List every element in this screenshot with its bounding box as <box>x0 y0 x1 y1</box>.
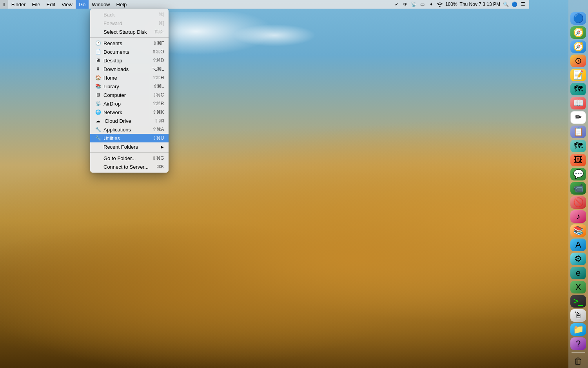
menu-item-connect-to-server[interactable]: Connect to Server...⌘K <box>90 162 169 171</box>
menu-window[interactable]: Window <box>89 0 113 9</box>
dock-app-maps3[interactable]: 🗺 <box>570 140 586 152</box>
menu-item-recents[interactable]: 🕐Recents⇧⌘F <box>90 39 169 47</box>
dock-app-excel[interactable]: X <box>570 281 586 293</box>
menu-item-go-to-folder[interactable]: Go to Folder...⇧⌘G <box>90 154 169 162</box>
menu-item-text-desktop: Desktop <box>103 58 122 64</box>
menu-item-arrow-recent-folders: ▶ <box>161 145 164 149</box>
menu-item-documents[interactable]: 📄Documents⇧⌘O <box>90 47 169 56</box>
menu-item-label-forward: Forward <box>95 20 158 26</box>
menu-item-text-applications: Applications <box>103 127 131 133</box>
menu-item-desktop[interactable]: 🖥Desktop⇧⌘D <box>90 56 169 65</box>
dock-app-text[interactable]: ✏ <box>570 111 586 124</box>
menu-item-home[interactable]: 🏠Home⇧⌘H <box>90 73 169 82</box>
menu-item-shortcut-home: ⇧⌘H <box>152 75 164 80</box>
dock-app-mouse[interactable]: 🖱 <box>570 309 586 322</box>
menu-item-text-go-to-folder: Go to Folder... <box>103 155 136 161</box>
menu-item-label-library: 📚Library <box>95 83 153 89</box>
dock-app-books[interactable]: 📚 <box>570 224 586 237</box>
menu-item-text-network: Network <box>103 109 122 115</box>
menu-item-shortcut-airdrop: ⇧⌘R <box>152 101 164 106</box>
go-to-folder-icon <box>95 155 101 161</box>
menu-item-downloads[interactable]: ⬇Downloads⌥⌘L <box>90 65 169 73</box>
dock-app-chrome[interactable]: ⊙ <box>570 55 586 67</box>
date-time: Thu Nov 7 3:13 PM <box>460 2 500 7</box>
search-icon[interactable]: 🔍 <box>503 1 509 7</box>
menu-item-shortcut-applications: ⇧⌘A <box>152 127 164 132</box>
menu-item-text-back: Back <box>103 12 115 18</box>
dock-app-list[interactable]: 📋 <box>570 126 586 138</box>
menu-item-label-connect-to-server: Connect to Server... <box>95 164 156 170</box>
menu-item-text-computer: Computer <box>103 92 126 98</box>
select-startup-icon <box>95 29 101 35</box>
airdrop-icon[interactable]: 📡 <box>411 1 417 7</box>
dock-app-safari[interactable]: 🧭 <box>570 40 586 53</box>
wifi-icon[interactable] <box>437 1 443 7</box>
home-icon: 🏠 <box>95 75 101 81</box>
menu-item-airdrop[interactable]: 📡AirDrop⇧⌘R <box>90 99 169 108</box>
desktop-icon: 🖥 <box>95 57 101 64</box>
dock-app-help[interactable]: ? <box>570 337 586 350</box>
menu-item-text-airdrop: AirDrop <box>103 101 121 107</box>
menu-item-applications[interactable]: 🔧Applications⇧⌘A <box>90 125 169 134</box>
menu-item-text-library: Library <box>103 84 119 89</box>
menu-item-text-downloads: Downloads <box>103 66 129 72</box>
notification-icon[interactable]: ☰ <box>520 1 526 7</box>
menu-help[interactable]: Help <box>113 0 130 9</box>
dock-app-terminal[interactable]: >_ <box>570 295 586 308</box>
dock-app-blocked[interactable]: 🚫 <box>570 196 586 209</box>
dock-app-contacts[interactable]: 📖 <box>570 97 586 109</box>
menu-item-icloud-drive[interactable]: ☁iCloud Drive⇧⌘I <box>90 117 169 125</box>
menu-item-shortcut-computer: ⇧⌘C <box>152 92 164 98</box>
dock-app-facetime[interactable]: 📹 <box>570 182 586 195</box>
documents-icon: 📄 <box>95 49 101 55</box>
go-dropdown-menu: Back⌘[Forward⌘]Select Startup Disk⇧⌘↑🕐Re… <box>90 9 169 173</box>
dock-app-appstore[interactable]: A <box>570 239 586 251</box>
menu-item-label-downloads: ⬇Downloads <box>95 66 152 72</box>
dock-app-photos[interactable]: 🖼 <box>570 154 586 166</box>
applications-icon: 🔧 <box>95 126 101 133</box>
menu-item-network[interactable]: 🌐Network⇧⌘K <box>90 108 169 117</box>
dock-app-folder[interactable]: 📁 <box>570 323 586 336</box>
menubar:  Finder File Edit View Go Window Help ✓… <box>0 0 529 9</box>
siri-icon[interactable]: 🔵 <box>511 1 517 7</box>
menu-item-library[interactable]: 📚Library⇧⌘L <box>90 82 169 91</box>
menu-item-shortcut-network: ⇧⌘K <box>152 109 164 115</box>
menu-separator <box>90 37 169 38</box>
menu-item-recent-folders[interactable]: Recent Folders▶ <box>90 142 169 151</box>
dock-app-music[interactable]: ♪ <box>570 210 586 223</box>
menu-go[interactable]: Go <box>76 0 89 9</box>
menu-separator <box>90 152 169 153</box>
dock-app-trash[interactable]: 🗑 <box>570 355 586 368</box>
menu-item-shortcut-downloads: ⌥⌘L <box>152 66 164 72</box>
checkmark-icon[interactable]: ✓ <box>394 1 400 7</box>
battery-status: 100% <box>445 2 457 7</box>
recents-icon: 🕐 <box>95 40 101 46</box>
dock-app-maps[interactable]: 🧭 <box>570 26 586 39</box>
dock-app-edge[interactable]: e <box>570 267 586 279</box>
menu-item-label-documents: 📄Documents <box>95 49 152 55</box>
menu-item-label-applications: 🔧Applications <box>95 126 152 133</box>
menu-finder[interactable]: Finder <box>8 0 29 9</box>
airplay-icon[interactable]: ▭ <box>419 1 426 7</box>
menu-file[interactable]: File <box>29 0 44 9</box>
apple-menu[interactable]:  <box>0 0 8 9</box>
menu-edit[interactable]: Edit <box>44 0 58 9</box>
back-icon <box>95 11 101 18</box>
menu-item-shortcut-desktop: ⇧⌘D <box>152 58 164 63</box>
menu-item-select-startup[interactable]: Select Startup Disk⇧⌘↑ <box>90 27 169 36</box>
menu-view[interactable]: View <box>58 0 76 9</box>
eye-icon[interactable]: 👁 <box>402 1 408 7</box>
menu-item-computer[interactable]: 🖥Computer⇧⌘C <box>90 91 169 99</box>
bluetooth-icon[interactable]: ✦ <box>428 1 434 7</box>
dock-app-pref[interactable]: ⚙ <box>570 253 586 265</box>
menu-item-label-airdrop: 📡AirDrop <box>95 100 152 107</box>
menu-item-text-icloud-drive: iCloud Drive <box>103 118 131 124</box>
dock-app-maps2[interactable]: 🗺 <box>570 83 586 95</box>
menu-item-text-documents: Documents <box>103 49 129 55</box>
dock-app-notes[interactable]: 📝 <box>570 69 586 81</box>
menu-item-label-home: 🏠Home <box>95 75 152 81</box>
dock-app-messages[interactable]: 💬 <box>570 168 586 180</box>
menu-item-utilities[interactable]: 🔧Utilities⇧⌘U <box>90 134 169 142</box>
dock-app-finder[interactable]: 🔵 <box>570 12 586 25</box>
menu-item-text-recents: Recents <box>103 40 122 46</box>
